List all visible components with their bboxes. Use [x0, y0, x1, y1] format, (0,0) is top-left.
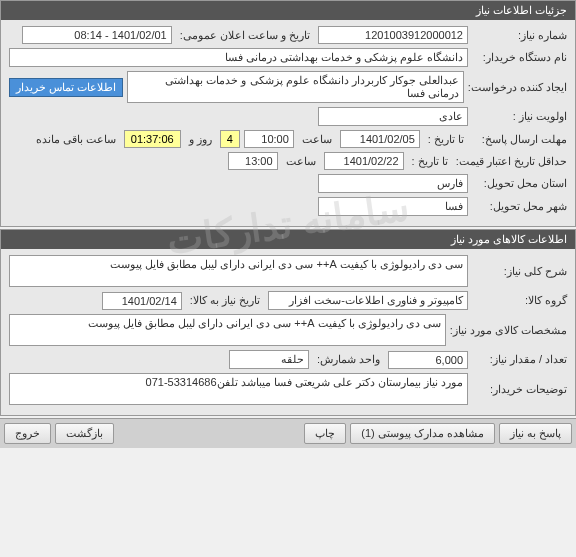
buyer-contact-button[interactable]: اطلاعات تماس خریدار: [9, 78, 123, 97]
back-button[interactable]: بازگشت: [55, 423, 114, 444]
items-panel: اطلاعات کالاهای مورد نیاز شرح کلی نیاز: …: [0, 229, 576, 416]
remaining-label: ساعت باقی مانده: [32, 133, 120, 146]
panel1-title: جزئیات اطلاعات نیاز: [1, 1, 575, 20]
quantity: 6,000: [388, 351, 468, 369]
priority-label: اولویت نیاز :: [472, 110, 567, 123]
buyer-notes: مورد نیاز بیمارستان دکتر علی شریعتی فسا …: [9, 373, 468, 405]
response-time: 10:00: [244, 130, 294, 148]
general-desc-label: شرح کلی نیاز:: [472, 265, 567, 278]
buyer-name-label: نام دستگاه خریدار:: [472, 51, 567, 64]
to-date-label-2: تا تاریخ :: [408, 155, 452, 168]
buyer-name: دانشگاه علوم پزشکی و خدمات بهداشتی درمان…: [9, 48, 468, 67]
delivery-province-label: استان محل تحویل:: [472, 177, 567, 190]
days-and-label: روز و: [185, 133, 216, 146]
need-date-label: تاریخ نیاز به کالا:: [186, 294, 264, 307]
category-label: گروه کالا:: [472, 294, 567, 307]
public-announce-label: تاریخ و ساعت اعلان عمومی:: [176, 29, 314, 42]
exit-button[interactable]: خروج: [4, 423, 51, 444]
time-label-1: ساعت: [298, 133, 336, 146]
need-date: 1401/02/14: [102, 292, 182, 310]
price-validity-time: 13:00: [228, 152, 278, 170]
panel2-title: اطلاعات کالاهای مورد نیاز: [1, 230, 575, 249]
requester-label: ایجاد کننده درخواست:: [468, 81, 567, 94]
need-details-panel: جزئیات اطلاعات نیاز شماره نیاز: 12010039…: [0, 0, 576, 227]
delivery-city-label: شهر محل تحویل:: [472, 200, 567, 213]
item-spec-label: مشخصات کالای مورد نیاز:: [450, 324, 567, 337]
category: کامپیوتر و فناوری اطلاعات-سخت افزار: [268, 291, 468, 310]
delivery-province: فارس: [318, 174, 468, 193]
button-bar: پاسخ به نیاز مشاهده مدارک پیوستی (1) چاپ…: [0, 418, 576, 448]
public-announce-datetime: 1401/02/01 - 08:14: [22, 26, 172, 44]
price-validity-label: حداقل تاریخ اعتبار قیمت:: [456, 155, 567, 168]
general-desc: سی دی رادیولوژی با کیفیت A++ سی دی ایران…: [9, 255, 468, 287]
price-validity-date: 1401/02/22: [324, 152, 404, 170]
response-date: 1401/02/05: [340, 130, 420, 148]
need-number-label: شماره نیاز:: [472, 29, 567, 42]
requester: عبدالعلی جوکار کاربردار دانشگاه علوم پزش…: [127, 71, 464, 103]
item-spec: سی دی رادیولوژی با کیفیت A++ سی دی ایران…: [9, 314, 446, 346]
unit: حلقه: [229, 350, 309, 369]
response-deadline-label: مهلت ارسال پاسخ:: [472, 133, 567, 146]
countdown: 01:37:06: [124, 130, 181, 148]
quantity-label: تعداد / مقدار نیاز:: [472, 353, 567, 366]
attachments-button[interactable]: مشاهده مدارک پیوستی (1): [350, 423, 495, 444]
to-date-label-1: تا تاریخ :: [424, 133, 468, 146]
need-number: 1201003912000012: [318, 26, 468, 44]
time-label-2: ساعت: [282, 155, 320, 168]
priority: عادی: [318, 107, 468, 126]
unit-label: واحد شمارش:: [313, 353, 384, 366]
delivery-city: فسا: [318, 197, 468, 216]
print-button[interactable]: چاپ: [304, 423, 346, 444]
buyer-notes-label: توضیحات خریدار:: [472, 383, 567, 396]
days-remaining: 4: [220, 130, 240, 148]
respond-button[interactable]: پاسخ به نیاز: [499, 423, 572, 444]
